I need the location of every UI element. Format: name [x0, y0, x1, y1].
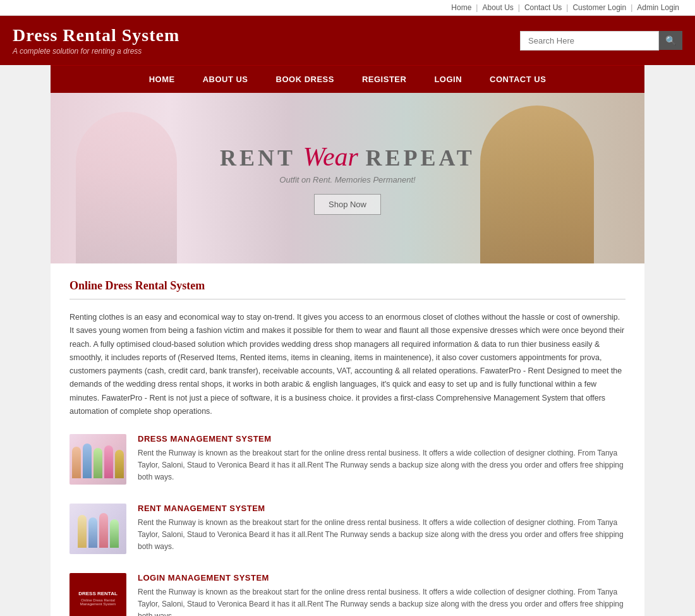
hero-figure-left	[76, 112, 177, 263]
nav-login[interactable]: LOGIN	[420, 66, 476, 93]
hero-rent-label: RENT	[220, 145, 296, 171]
mini-fig-r4	[110, 519, 119, 548]
nav-home[interactable]: HOME	[135, 66, 189, 93]
search-input[interactable]	[520, 31, 659, 51]
section-divider	[70, 299, 626, 299]
search-area: 🔍	[520, 31, 682, 51]
top-bar: Home | About Us | Contact Us | Customer …	[0, 0, 695, 16]
mini-fig-1	[72, 447, 81, 478]
thumb-dress-bg	[70, 434, 126, 485]
sep4: |	[631, 3, 632, 12]
nav-register[interactable]: REGISTER	[348, 66, 420, 93]
feature-rent-title: RENT MANAGEMENT SYSTEM	[138, 504, 626, 513]
login-thumb-bg: DRESS RENTAL Online Dress Rental Managem…	[70, 573, 126, 616]
mini-fig-3	[94, 448, 102, 478]
feature-rent-thumb	[70, 504, 126, 554]
feature-rent-item: RENT MANAGEMENT SYSTEM Rent the Runway i…	[70, 504, 626, 554]
login-thumb-sub-text: Online Dress Rental Management System	[73, 598, 123, 606]
feature-dress-title: DRESS MANAGEMENT SYSTEM	[138, 434, 626, 444]
intro-text: Renting clothes is an easy and economica…	[70, 311, 626, 418]
header: Dress Rental System A complete solution …	[0, 16, 695, 65]
topbar-about-link[interactable]: About Us	[482, 3, 513, 12]
mini-fig-2	[83, 444, 92, 478]
feature-dress-thumb	[70, 434, 126, 485]
feature-login-thumb: DRESS RENTAL Online Dress Rental Managem…	[70, 573, 126, 616]
mini-fig-r2	[88, 517, 97, 548]
hero-tagline: Outfit on Rent. Memories Permanent!	[220, 175, 475, 184]
hero-text: RENT Wear REPEAT Outfit on Rent. Memorie…	[220, 142, 475, 215]
feature-dress-content: DRESS MANAGEMENT SYSTEM Rent the Runway …	[138, 434, 626, 484]
feature-dress-item: DRESS MANAGEMENT SYSTEM Rent the Runway …	[70, 434, 626, 485]
content-area: Online Dress Rental System Renting cloth…	[51, 263, 644, 616]
topbar-contact-link[interactable]: Contact Us	[524, 3, 562, 12]
thumb-rent-bg	[70, 504, 126, 554]
feature-login-item: DRESS RENTAL Online Dress Rental Managem…	[70, 573, 626, 616]
topbar-customer-login-link[interactable]: Customer Login	[572, 3, 626, 12]
mini-fig-5	[115, 450, 124, 478]
navigation: HOME ABOUT US BOOK DRESS REGISTER LOGIN …	[51, 65, 644, 93]
search-button[interactable]: 🔍	[659, 31, 682, 50]
mini-figures-rent	[78, 510, 119, 548]
feature-rent-content: RENT MANAGEMENT SYSTEM Rent the Runway i…	[138, 504, 626, 553]
mini-figures	[72, 440, 124, 478]
hero-wear-label: Wear	[303, 142, 358, 171]
topbar-admin-login-link[interactable]: Admin Login	[637, 3, 679, 12]
mini-fig-r1	[78, 515, 87, 548]
feature-login-desc: Rent the Runway is known as the breakout…	[138, 586, 626, 616]
section-title: Online Dress Rental System	[70, 279, 626, 293]
main-wrapper: HOME ABOUT US BOOK DRESS REGISTER LOGIN …	[51, 65, 644, 616]
hero-rent-text: RENT Wear REPEAT	[220, 142, 475, 172]
sep1: |	[476, 3, 478, 12]
feature-login-title: LOGIN MANAGEMENT SYSTEM	[138, 573, 626, 583]
mini-fig-4	[104, 445, 113, 478]
topbar-home-link[interactable]: Home	[451, 3, 471, 12]
nav-contact[interactable]: CONTACT US	[476, 66, 560, 93]
shop-now-button[interactable]: Shop Now	[314, 194, 381, 215]
nav-book[interactable]: BOOK DRESS	[262, 66, 348, 93]
logo-subtitle: A complete solution for renting a dress	[13, 47, 179, 56]
hero-repeat-label: REPEAT	[366, 145, 475, 171]
hero-figure-right	[480, 106, 594, 263]
hero-banner: RENT Wear REPEAT Outfit on Rent. Memorie…	[51, 93, 644, 263]
logo-area: Dress Rental System A complete solution …	[13, 25, 179, 56]
mini-fig-r3	[99, 513, 108, 548]
sep3: |	[566, 3, 568, 12]
logo-title: Dress Rental System	[13, 25, 179, 45]
feature-dress-desc: Rent the Runway is known as the breakout…	[138, 447, 626, 484]
sep2: |	[518, 3, 520, 12]
nav-about[interactable]: ABOUT US	[189, 66, 262, 93]
login-thumb-title-text: DRESS RENTAL	[78, 591, 118, 596]
feature-login-content: LOGIN MANAGEMENT SYSTEM Rent the Runway …	[138, 573, 626, 616]
feature-rent-desc: Rent the Runway is known as the breakout…	[138, 517, 626, 553]
